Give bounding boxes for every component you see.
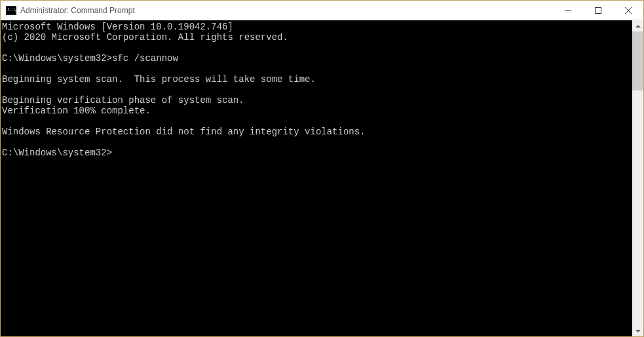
- vertical-scrollbar[interactable]: [632, 20, 643, 336]
- scroll-down-arrow[interactable]: [632, 325, 643, 336]
- scroll-thumb[interactable]: [632, 31, 643, 90]
- cmd-icon: C:\: [6, 6, 16, 15]
- svg-marker-5: [635, 330, 641, 332]
- window-title: Administrator: Command Prompt: [20, 6, 553, 15]
- minimize-button[interactable]: [553, 1, 583, 20]
- terminal-output[interactable]: Microsoft Windows [Version 10.0.19042.74…: [1, 20, 632, 336]
- command-prompt-window: C:\ Administrator: Command Prompt Micros…: [0, 0, 644, 337]
- terminal-line: [2, 137, 632, 148]
- terminal-line: C:\Windows\system32>: [2, 148, 632, 158]
- terminal-line: [2, 43, 632, 53]
- terminal-line: [2, 85, 632, 95]
- terminal-line: [2, 64, 632, 74]
- terminal-line: Beginning verification phase of system s…: [2, 95, 632, 106]
- terminal-line: [2, 116, 632, 127]
- close-button[interactable]: [613, 1, 643, 20]
- terminal-line: Microsoft Windows [Version 10.0.19042.74…: [2, 22, 632, 32]
- maximize-button[interactable]: [583, 1, 613, 20]
- svg-marker-4: [635, 25, 641, 28]
- window-controls: [553, 1, 643, 20]
- terminal-line: (c) 2020 Microsoft Corporation. All righ…: [2, 32, 632, 43]
- terminal-container: Microsoft Windows [Version 10.0.19042.74…: [1, 20, 643, 336]
- cmd-icon-text: C:\: [8, 8, 16, 12]
- terminal-line: Beginning system scan. This process will…: [2, 74, 632, 85]
- terminal-line: C:\Windows\system32>sfc /scannow: [2, 53, 632, 64]
- titlebar[interactable]: C:\ Administrator: Command Prompt: [1, 1, 643, 20]
- terminal-line: Verification 100% complete.: [2, 106, 632, 116]
- scroll-track[interactable]: [632, 31, 643, 325]
- scroll-up-arrow[interactable]: [632, 20, 643, 31]
- svg-rect-1: [596, 7, 601, 13]
- terminal-line: Windows Resource Protection did not find…: [2, 127, 632, 137]
